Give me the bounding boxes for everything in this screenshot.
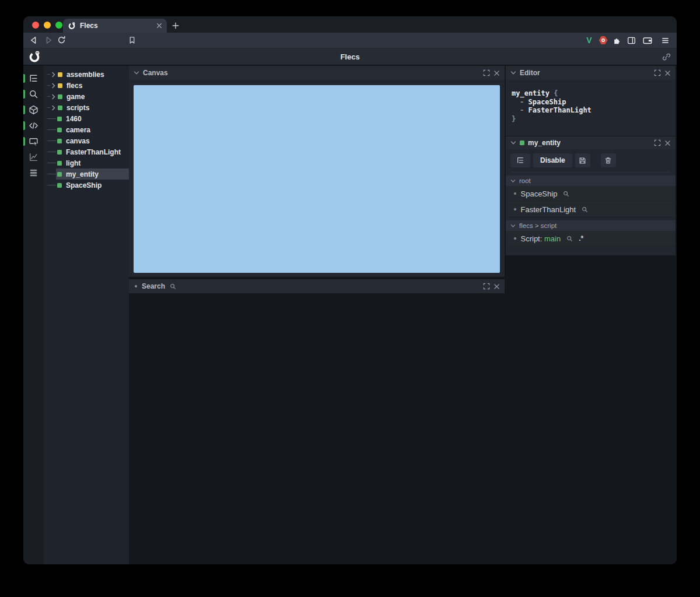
link-icon[interactable] xyxy=(662,52,671,61)
tree-item-camera[interactable]: camera xyxy=(44,124,129,135)
window-controls xyxy=(32,22,62,29)
regex-icon[interactable]: .* xyxy=(579,234,583,243)
tree-item-scripts[interactable]: scripts xyxy=(44,102,129,113)
tree-item-my-entity[interactable]: my_entity xyxy=(44,168,129,180)
close-icon[interactable] xyxy=(664,70,671,76)
search-icon xyxy=(29,89,38,99)
rail-queries-button[interactable] xyxy=(23,165,44,181)
chevron-down-icon[interactable] xyxy=(510,141,516,145)
bookmark-icon[interactable] xyxy=(128,36,136,44)
fullscreen-icon[interactable] xyxy=(483,283,490,290)
tree-item-1460[interactable]: 1460 xyxy=(44,113,129,124)
entity-square xyxy=(57,161,62,166)
wallet-icon[interactable] xyxy=(643,36,652,45)
forward-icon[interactable] xyxy=(44,36,53,45)
main-area: Canvas Search xyxy=(129,66,677,564)
code-editor[interactable]: my_entity { - SpaceShip - FasterThanLigh… xyxy=(506,80,676,123)
collapsed-dot-icon[interactable] xyxy=(135,285,137,287)
tree-item-assemblies[interactable]: assemblies xyxy=(44,69,129,80)
vue-devtools-icon[interactable]: V xyxy=(584,36,594,45)
search-magnifier-icon[interactable] xyxy=(582,206,588,213)
browser-toolbar: flecs.dev /explorer/?wasm=https://www.fl… xyxy=(23,33,677,48)
rail-tree-button[interactable] xyxy=(23,71,44,86)
tree-guide xyxy=(47,85,50,86)
section-title: flecs > script xyxy=(519,222,556,229)
app-header: Flecs xyxy=(23,48,677,65)
tree-view-button[interactable] xyxy=(510,153,530,167)
close-icon[interactable] xyxy=(664,140,671,146)
render-canvas[interactable] xyxy=(134,85,500,273)
menu-icon[interactable] xyxy=(660,36,670,45)
cube-icon xyxy=(29,105,38,115)
canvas-panel-body xyxy=(129,80,505,278)
component-row-spaceship[interactable]: SpaceShip xyxy=(506,186,676,202)
back-icon[interactable] xyxy=(29,36,38,45)
entity-square xyxy=(57,172,62,177)
entity-square xyxy=(57,139,62,143)
tree-guide xyxy=(47,96,50,97)
zoom-window-button[interactable] xyxy=(55,22,62,29)
adblock-icon[interactable] xyxy=(598,36,608,45)
entity-square xyxy=(58,83,62,88)
tab-close-icon[interactable] xyxy=(156,23,162,29)
component-row-fasterthanlight[interactable]: FasterThanLight xyxy=(506,202,676,217)
fullscreen-icon[interactable] xyxy=(483,69,490,76)
entity-square xyxy=(57,128,62,132)
search-magnifier-icon[interactable] xyxy=(566,236,573,242)
close-window-button[interactable] xyxy=(32,22,39,29)
inspector-title: my_entity xyxy=(528,139,561,147)
entity-square xyxy=(57,183,62,188)
close-icon[interactable] xyxy=(494,70,500,76)
tree-item-canvas[interactable]: canvas xyxy=(44,135,129,146)
section-header-flecs-script[interactable]: flecs > script xyxy=(506,220,676,231)
chevron-right-icon xyxy=(51,72,56,78)
browser-tab[interactable]: Flecs xyxy=(63,19,167,33)
tree-guide xyxy=(47,118,56,119)
section-header-root[interactable]: root xyxy=(506,175,676,186)
new-tab-button[interactable] xyxy=(169,19,182,32)
fullscreen-icon[interactable] xyxy=(654,69,661,76)
chevron-down-icon[interactable] xyxy=(510,71,516,75)
rail-stats-button[interactable] xyxy=(23,149,44,165)
rail-entities-button[interactable] xyxy=(23,102,44,118)
close-icon[interactable] xyxy=(494,283,500,290)
trash-icon xyxy=(604,157,612,164)
inspector-header: my_entity xyxy=(506,136,676,149)
search-magnifier-icon[interactable] xyxy=(170,283,176,290)
entity-square xyxy=(58,94,62,99)
search-panel: Search xyxy=(129,279,505,293)
active-pip xyxy=(23,121,25,130)
tree-item-label: game xyxy=(66,93,85,101)
delete-button[interactable] xyxy=(601,153,616,167)
component-row-script[interactable]: Script: main .* xyxy=(506,231,676,247)
rail-code-button[interactable] xyxy=(23,118,44,134)
tree-item-light[interactable]: light xyxy=(44,157,129,168)
sidebar-icon[interactable] xyxy=(626,36,636,45)
minimize-window-button[interactable] xyxy=(44,22,51,29)
entity-tree: assemblies flecs game scripts 1460 xyxy=(44,66,129,564)
tree-guide xyxy=(47,174,56,174)
app-content: assemblies flecs game scripts 1460 xyxy=(23,66,677,564)
tree-item-flecs[interactable]: flecs xyxy=(44,80,129,91)
save-button[interactable] xyxy=(575,153,590,167)
tree-guide xyxy=(47,163,56,163)
script-value: main xyxy=(544,234,561,243)
rail-canvas-button[interactable] xyxy=(23,134,44,149)
chevron-down-icon[interactable] xyxy=(134,71,139,75)
search-panel-title: Search xyxy=(142,282,165,290)
extensions-puzzle-icon[interactable] xyxy=(612,36,622,45)
rail-search-button[interactable] xyxy=(23,86,44,102)
active-pip xyxy=(23,90,25,99)
tree-item-spaceship[interactable]: SpaceShip xyxy=(44,180,129,191)
canvas-panel-title: Canvas xyxy=(143,69,168,77)
search-magnifier-icon[interactable] xyxy=(563,191,569,197)
inspector-toolbar: Disable xyxy=(506,149,676,171)
code-line: } xyxy=(512,115,670,124)
tree-guide xyxy=(47,152,56,152)
reload-icon[interactable] xyxy=(57,36,66,44)
tree-item-game[interactable]: game xyxy=(44,91,129,102)
tree-item-fasterthanlight[interactable]: FasterThanLight xyxy=(44,146,129,157)
fullscreen-icon[interactable] xyxy=(654,139,661,146)
editor-panel-header: Editor xyxy=(506,66,676,80)
disable-button[interactable]: Disable xyxy=(533,153,572,167)
